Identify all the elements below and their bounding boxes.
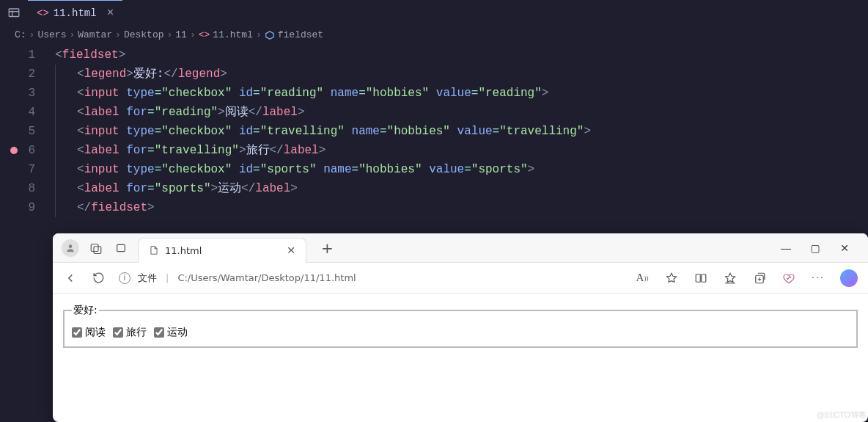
code-content: <legend>爱好:</legend> [41,65,227,84]
read-aloud-icon[interactable]: A)) [635,272,650,284]
breadcrumb-part[interactable]: Wamtar [78,29,112,40]
checkbox-reading[interactable] [72,327,82,338]
code-content: <input type="checkbox" id="reading" name… [41,84,548,103]
line-number[interactable]: 5 [0,122,41,141]
performance-icon[interactable] [781,272,796,285]
chevron-right-icon: › [256,29,262,40]
tab-actions-icon[interactable] [113,240,129,256]
url-scheme-label: 文件 [138,272,157,285]
split-screen-icon[interactable] [694,272,708,285]
svg-rect-4 [117,244,125,251]
chevron-right-icon: › [29,29,35,40]
breadcrumb-part[interactable]: 11 [175,29,187,40]
tab-close-icon[interactable]: × [107,7,114,20]
chevron-right-icon: › [115,29,121,40]
code-content: <label for="reading">阅读</label> [41,103,305,122]
editor-tab-label: 11.html [54,7,97,19]
chevron-right-icon: › [69,29,75,40]
breadcrumb[interactable]: C:› Users› Wamtar› Desktop› 11› <> 11.ht… [0,26,868,44]
watermark: @51CTO博客 [817,410,867,421]
breadcrumb-part[interactable]: 11.html [213,29,253,40]
browser-toolbar: i 文件 | C:/Users/Wamtar/Desktop/11/11.htm… [53,263,868,294]
profile-icon[interactable] [62,239,79,257]
favorite-icon[interactable] [664,272,679,285]
code-content: <fieldset> [41,46,125,65]
minimize-button[interactable]: ― [780,242,792,254]
url-path: C:/Users/Wamtar/Desktop/11/11.html [177,272,356,283]
checkbox-sports[interactable] [154,327,164,338]
back-button[interactable] [63,272,78,285]
chevron-right-icon: › [166,29,172,40]
info-icon[interactable]: i [119,272,130,284]
browser-tab[interactable]: 11.html ✕ [138,238,306,263]
svg-rect-0 [9,9,19,17]
more-icon[interactable]: ··· [811,272,825,283]
url-separator: | [166,272,169,283]
close-icon[interactable]: ✕ [287,244,295,256]
svg-point-1 [69,244,73,248]
copilot-icon[interactable] [840,269,858,287]
line-number[interactable]: 6 [0,141,41,160]
line-number[interactable]: 9 [0,198,41,217]
svg-rect-5 [696,274,700,282]
maximize-button[interactable]: ▢ [809,242,821,254]
checkbox-travelling[interactable] [113,327,123,338]
collections-icon[interactable] [752,272,767,285]
hobbies-fieldset: 爱好: 阅读 旅行 运动 [63,304,858,348]
breadcrumb-part[interactable]: C: [15,29,26,40]
checkbox-reading-label[interactable]: 阅读 [72,326,106,339]
browser-tab-title: 11.html [165,245,202,256]
line-number[interactable]: 8 [0,179,41,198]
chevron-right-icon: › [190,29,196,40]
code-content: <input type="checkbox" id="travelling" n… [41,122,591,141]
line-number[interactable]: 7 [0,160,41,179]
symbol-icon [265,30,275,40]
browser-window: 11.html ✕ + ― ▢ ✕ i 文件 | C:/Users/Wamtar… [53,233,868,422]
breadcrumb-part[interactable]: Desktop [124,29,164,40]
refresh-button[interactable] [91,272,106,284]
line-number[interactable]: 2 [0,65,41,84]
fieldset-legend: 爱好: [72,304,99,317]
window-controls: ― ▢ ✕ [780,242,859,254]
checkbox-sports-label[interactable]: 运动 [154,326,188,339]
code-content: <label for="travelling">旅行</label> [41,141,326,160]
editor-tab-11-html[interactable]: <> 11.html × [28,0,122,26]
code-editor[interactable]: 1 <fieldset> 2 <legend>爱好:</legend> 3 <i… [0,44,868,225]
line-number[interactable]: 1 [0,46,41,65]
favorites-bar-icon[interactable] [723,272,738,285]
svg-rect-6 [702,274,706,282]
line-number[interactable]: 4 [0,103,41,122]
browser-title-bar: 11.html ✕ + ― ▢ ✕ [53,233,868,263]
page-content: 爱好: 阅读 旅行 运动 [53,294,868,422]
layout-icon[interactable] [6,5,22,21]
new-tab-button[interactable]: + [315,239,339,257]
breakpoint-icon[interactable] [10,147,18,154]
html-file-icon: <> [199,29,210,40]
code-content: </fieldset> [41,198,155,217]
close-button[interactable]: ✕ [839,242,850,254]
page-icon [149,245,159,255]
checkbox-travelling-label[interactable]: 旅行 [113,326,147,339]
breadcrumb-part[interactable]: fieldset [278,29,323,40]
svg-rect-3 [94,246,101,253]
code-content: <input type="checkbox" id="sports" name=… [41,160,534,179]
html-file-icon: <> [37,7,49,19]
code-content: <label for="sports">运动</label> [41,179,298,198]
svg-rect-2 [91,244,98,251]
address-bar[interactable]: i 文件 | C:/Users/Wamtar/Desktop/11/11.htm… [119,272,356,285]
workspaces-icon[interactable] [88,240,104,256]
vscode-tab-bar: <> 11.html × [0,0,868,26]
line-number[interactable]: 3 [0,84,41,103]
breadcrumb-part[interactable]: Users [37,29,66,40]
